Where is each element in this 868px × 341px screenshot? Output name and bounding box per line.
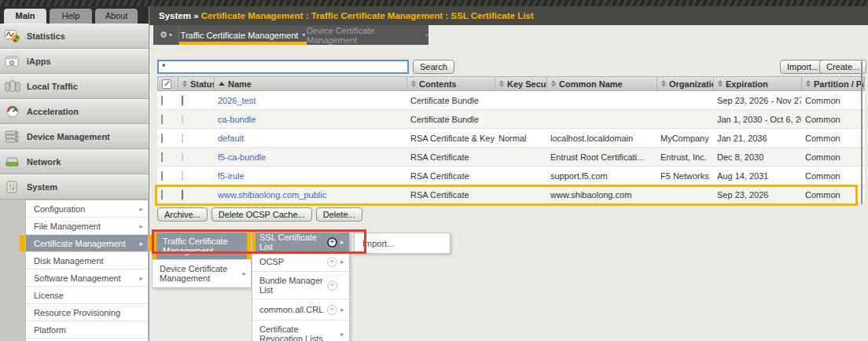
cell-name: 2026_test <box>214 96 406 105</box>
cell-select <box>157 134 178 143</box>
tab-device-certificate-management[interactable]: Device Certificate Management ▾ <box>307 25 428 45</box>
sidebar-item-label: Device Management <box>27 132 110 141</box>
menu-item-software-management[interactable]: Software Management ▸ <box>26 270 148 287</box>
sidebar-item-device-management[interactable]: Device Management <box>0 124 149 149</box>
status-icon <box>182 171 183 181</box>
cell-organization: F5 Networks <box>657 171 713 181</box>
menu-item-ocsp[interactable]: OCSP + ▸ <box>252 252 349 272</box>
plus-circle-icon[interactable]: + <box>327 257 337 267</box>
search-input[interactable] <box>157 60 409 74</box>
submenu-arrow-icon: ▸ <box>139 274 143 282</box>
menu-item-import[interactable]: Import... <box>355 233 450 253</box>
header-organization[interactable]: Organization <box>657 77 714 90</box>
network-icon <box>4 156 21 168</box>
cell-expiration: Jan 1, 2030 - Oct 6, 2046 <box>713 115 801 124</box>
row-checkbox[interactable] <box>161 115 163 124</box>
search-button[interactable]: Search <box>413 60 454 74</box>
sidebar-item-acceleration[interactable]: Acceleration <box>0 99 149 124</box>
menu-item-common-all-crl[interactable]: common.all.CRL + ▸ <box>252 299 349 321</box>
plus-circle-icon[interactable]: + <box>327 280 337 291</box>
archive-button[interactable]: Archive... <box>157 207 208 222</box>
sort-asc-icon <box>219 82 225 86</box>
menu-item-ssl-certificate-list[interactable]: SSL Certificate List + ▸ <box>252 233 349 252</box>
sidebar-item-network[interactable]: Network <box>0 149 149 174</box>
table-row[interactable]: f5-irule RSA Certificate support.f5.com … <box>157 167 865 185</box>
sort-icon <box>551 80 556 87</box>
options-gear-button[interactable]: ⚙ ▾ <box>153 25 179 45</box>
cell-select <box>157 152 178 162</box>
menu-item-platform[interactable]: Platform <box>26 321 148 339</box>
tab-main[interactable]: Main <box>4 9 46 24</box>
table-row[interactable]: f5-ca-bundle RSA Certificate Entrust Roo… <box>157 148 865 167</box>
window-top-strip <box>0 0 868 6</box>
header-status[interactable]: Status <box>178 77 215 90</box>
select-all-checkbox[interactable] <box>162 79 171 89</box>
table-row-highlighted[interactable]: www.shibaolong.com_public RSA Certificat… <box>157 185 865 204</box>
sidebar-item-local-traffic[interactable]: Local Traffic <box>0 74 149 99</box>
table-header-row: Status Name Contents Key Security Common… <box>157 76 865 91</box>
delete-button[interactable]: Delete... <box>316 207 362 222</box>
header-expiration[interactable]: Expiration <box>714 77 802 90</box>
menu-item-certificate-management[interactable]: Certificate Management ▸ <box>26 235 148 252</box>
menu-item-configuration[interactable]: Configuration ▸ <box>26 200 148 218</box>
breadcrumb: System » Certificate Management : Traffi… <box>149 6 868 25</box>
cell-select <box>157 171 178 181</box>
plus-circle-icon[interactable]: + <box>327 305 337 315</box>
chevron-down-icon: ▾ <box>169 31 172 38</box>
menu-item-file-management[interactable]: File Management ▸ <box>26 218 148 235</box>
menu-item-device-certificate-management[interactable]: Device Certificate Management ▸ <box>153 260 251 288</box>
header-partition-path[interactable]: Partition / Path <box>802 77 864 90</box>
tab-about[interactable]: About <box>95 9 138 24</box>
statistics-icon <box>4 30 21 42</box>
header-common-name[interactable]: Common Name <box>547 77 657 90</box>
sidebar-item-statistics[interactable]: Statistics <box>0 24 149 49</box>
header-key-security[interactable]: Key Security <box>495 77 547 90</box>
cert-name-link[interactable]: 2026_test <box>218 96 256 105</box>
delete-ocsp-cache-button[interactable]: Delete OCSP Cache... <box>211 207 312 222</box>
row-checkbox[interactable] <box>161 190 163 200</box>
submenu-arrow-icon: ▸ <box>139 205 143 213</box>
sort-icon <box>182 80 187 87</box>
select-all-header[interactable] <box>158 77 178 90</box>
cell-contents: Certificate Bundle <box>406 96 495 105</box>
table-row[interactable]: ca-bundle Certificate Bundle Jan 1, 2030… <box>157 110 865 129</box>
cell-expiration: Aug 14, 2031 <box>713 171 801 181</box>
cell-common-name: Entrust Root Certificati... <box>546 152 657 162</box>
table-row[interactable]: 2026_test Certificate Bundle Sep 23, 202… <box>157 91 865 110</box>
sidebar-item-system[interactable]: System <box>0 174 149 200</box>
menu-item-license[interactable]: License <box>26 287 148 304</box>
cert-name-link[interactable]: www.shibaolong.com_public <box>218 190 326 200</box>
menu-item-bundle-manager-list[interactable]: Bundle Manager List + <box>252 272 349 299</box>
menu-item-traffic-certificate-management[interactable]: Traffic Certificate Management ▸ <box>153 233 251 260</box>
cell-contents: Certificate Bundle <box>406 115 495 124</box>
row-checkbox[interactable] <box>161 134 163 143</box>
menu-item-disk-management[interactable]: Disk Management <box>26 252 148 270</box>
table-scrollbar[interactable] <box>861 61 862 204</box>
row-checkbox[interactable] <box>161 171 163 181</box>
header-contents[interactable]: Contents <box>407 77 495 90</box>
header-name[interactable]: Name <box>215 77 407 90</box>
cell-common-name: support.f5.com <box>546 171 657 181</box>
cert-name-link[interactable]: f5-ca-bundle <box>218 152 266 162</box>
sidebar-item-iapps[interactable]: iApps <box>0 49 149 74</box>
cell-partition: Common <box>801 171 865 181</box>
row-checkbox[interactable] <box>161 152 163 162</box>
create-button[interactable]: Create... <box>819 60 866 74</box>
cell-organization: Entrust, Inc. <box>657 152 713 162</box>
row-checkbox[interactable] <box>161 96 163 105</box>
submenu-arrow-icon: ▸ <box>242 241 246 251</box>
menu-item-resource-provisioning[interactable]: Resource Provisioning <box>26 304 148 321</box>
cell-expiration: Jan 21, 2036 <box>713 134 801 143</box>
tab-traffic-certificate-management[interactable]: Traffic Certificate Management ▾ <box>179 25 307 45</box>
cell-organization: MyCompany <box>657 134 713 143</box>
table-row[interactable]: default RSA Certificate & Key Normal loc… <box>157 129 865 148</box>
system-icon <box>4 181 21 193</box>
cert-name-link[interactable]: f5-irule <box>218 171 245 181</box>
menu-item-certificate-revocation-lists[interactable]: Certificate Revocation Lists ▸ <box>252 321 349 341</box>
tab-help[interactable]: Help <box>50 9 92 24</box>
plus-circle-icon[interactable]: + <box>327 237 337 248</box>
cell-contents: RSA Certificate & Key <box>406 134 495 143</box>
cert-name-link[interactable]: ca-bundle <box>218 115 256 124</box>
sidebar-item-label: Statistics <box>27 31 65 41</box>
cert-name-link[interactable]: default <box>218 134 244 143</box>
